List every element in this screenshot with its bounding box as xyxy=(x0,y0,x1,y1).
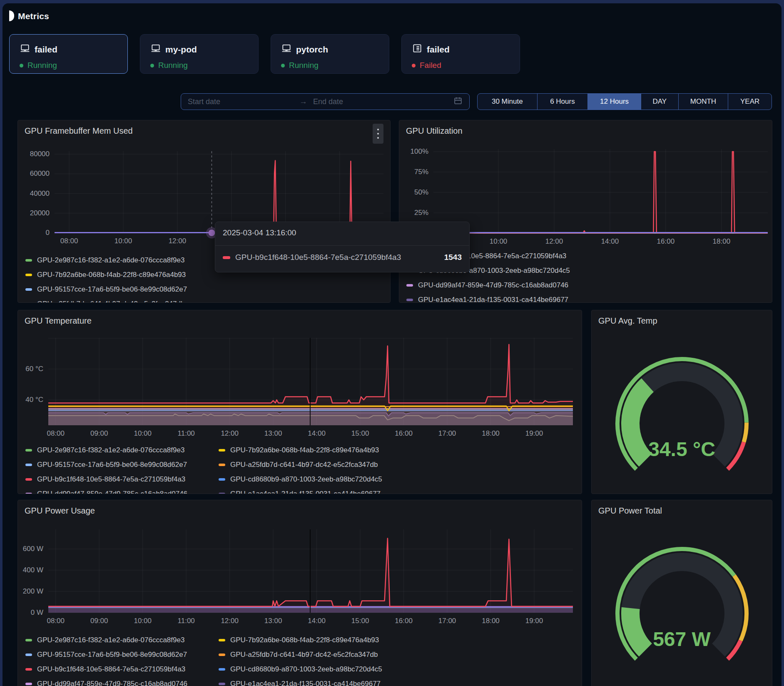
dashboard-page: Metrics failed Running my-pod Running py… xyxy=(0,0,784,686)
y-axis-tick: 400 W xyxy=(23,566,43,574)
calendar-icon[interactable] xyxy=(453,96,463,107)
pod-card-my-pod[interactable]: my-pod Running xyxy=(140,34,259,74)
legend-swatch xyxy=(406,284,413,287)
laptop-icon xyxy=(150,43,161,56)
x-axis-tick: 10:00 xyxy=(134,429,152,438)
x-axis-tick: 18:00 xyxy=(482,617,500,625)
legend-swatch xyxy=(25,259,32,262)
legend-label: GPU-a25fdb7d-c641-4b97-dc42-e5c2fca347db xyxy=(37,300,184,303)
x-axis-tick: 16:00 xyxy=(657,237,675,246)
range-button-12-hours[interactable]: 12 Hours xyxy=(588,94,641,110)
laptop-icon xyxy=(281,43,292,56)
legend-swatch xyxy=(219,464,225,466)
legend-item[interactable]: GPU-2e987c16-f382-a1e2-a6de-076ccca8f9e3 xyxy=(25,445,184,455)
legend-label: GPU-dd99af47-859e-47d9-785c-c16ab8ad0746 xyxy=(37,680,187,686)
legend-label: GPU-2e987c16-f382-a1e2-a6de-076ccca8f9e3 xyxy=(37,636,184,644)
legend-item[interactable]: GPU-7b92a6be-068b-f4ab-22f8-c89e476a4b93 xyxy=(219,635,379,645)
chart-plot-area[interactable] xyxy=(433,149,768,233)
x-axis-tick: 16:00 xyxy=(395,617,413,625)
panel-gpu-avg-temp: GPU Avg. Temp 34.5 °C xyxy=(591,310,772,494)
range-button-6-hours[interactable]: 6 Hours xyxy=(538,94,588,110)
legend-swatch xyxy=(25,493,32,494)
legend-item[interactable]: GPU-7b92a6be-068b-f4ab-22f8-c89e476a4b93 xyxy=(219,445,379,455)
y-axis-tick: 40000 xyxy=(30,190,50,198)
chart-plot-area[interactable] xyxy=(55,151,383,233)
legend-item[interactable]: GPU-a25fdb7d-c641-4b97-dc42-e5c2fca347db xyxy=(219,460,378,470)
panel-gpu-temperature: GPU Temperature 40 °C60 °C08:0009:0010:0… xyxy=(17,310,582,494)
legend-item[interactable]: GPU-e1ac4ea1-21da-f135-0031-ca414be69677 xyxy=(219,489,381,494)
y-axis-tick: 0 W xyxy=(31,609,43,617)
legend-swatch xyxy=(25,449,32,452)
y-axis-tick: 40 °C xyxy=(25,396,43,404)
legend-label: GPU-dd99af47-859e-47d9-785c-c16ab8ad0746 xyxy=(37,490,187,494)
y-axis-tick: 80000 xyxy=(30,150,50,158)
status-dot xyxy=(412,64,416,67)
y-axis-tick: 100% xyxy=(411,147,428,156)
status-dot xyxy=(281,64,285,67)
legend-item[interactable]: GPU-b9c1f648-10e5-8864-7e5a-c271059bf4a3 xyxy=(25,474,185,484)
status-label: Running xyxy=(158,61,188,70)
legend-item[interactable]: GPU-dd99af47-859e-47d9-785c-c16ab8ad0746 xyxy=(25,489,187,494)
range-button-30-minute[interactable]: 30 Minute xyxy=(478,94,538,110)
x-axis-tick: 15:00 xyxy=(351,429,369,438)
panel-gpu-power-usage: GPU Power Usage 0 W200 W400 W600 W08:000… xyxy=(17,500,582,686)
legend-item[interactable]: GPU-7b92a6be-068b-f4ab-22f8-c89e476a4b93 xyxy=(25,270,186,280)
y-axis-tick: 20000 xyxy=(30,209,50,217)
legend-item[interactable]: GPU-e1ac4ea1-21da-f135-0031-ca414be69677 xyxy=(219,679,381,686)
x-axis-tick: 17:00 xyxy=(438,429,456,438)
pod-name: failed xyxy=(35,45,57,55)
y-axis-tick: 60000 xyxy=(30,170,50,178)
legend-label: GPU-2e987c16-f382-a1e2-a6de-076ccca8f9e3 xyxy=(37,256,184,264)
legend-item[interactable]: GPU-a25fdb7d-c641-4b97-dc42-e5c2fca347db xyxy=(25,299,184,303)
x-axis-tick: 14:00 xyxy=(308,429,326,438)
legend-swatch xyxy=(25,668,32,671)
legend-swatch xyxy=(219,654,225,656)
range-button-year[interactable]: YEAR xyxy=(728,94,772,110)
x-axis-tick: 12:00 xyxy=(221,429,239,438)
legend-swatch xyxy=(25,639,32,641)
y-axis-tick: 25% xyxy=(414,209,428,217)
legend-label: GPU-cd8680b9-a870-1003-2eeb-a98bc720d4c5 xyxy=(230,665,382,674)
legend-item[interactable]: GPU-dd99af47-859e-47d9-785c-c16ab8ad0746 xyxy=(25,679,187,686)
legend-label: GPU-b9c1f648-10e5-8864-7e5a-c271059bf4a3 xyxy=(37,475,185,484)
end-date-input[interactable]: End date xyxy=(313,97,343,106)
range-button-month[interactable]: MONTH xyxy=(679,94,729,110)
chart-tooltip: 2025-03-04 13:16:00 GPU-b9c1f648-10e5-88… xyxy=(215,222,470,272)
panel-gpu-framebuffer: GPU Framebuffer Mem Used 020000400006000… xyxy=(17,120,391,303)
date-range-picker[interactable]: Start date → End date xyxy=(181,93,470,110)
status-label: Running xyxy=(289,61,319,70)
legend-swatch xyxy=(25,274,32,276)
legend-label: GPU-95157cce-17a6-b5f9-be06-8e99c08d62e7 xyxy=(37,461,187,469)
x-axis-tick: 11:00 xyxy=(178,617,195,625)
legend-item[interactable]: GPU-95157cce-17a6-b5f9-be06-8e99c08d62e7 xyxy=(25,284,187,294)
legend-item[interactable]: GPU-95157cce-17a6-b5f9-be06-8e99c08d62e7 xyxy=(25,460,187,470)
legend-item[interactable]: GPU-dd99af47-859e-47d9-785c-c16ab8ad0746 xyxy=(406,280,568,290)
laptop-icon xyxy=(20,43,30,56)
x-axis-tick: 11:00 xyxy=(178,429,195,438)
legend-label: GPU-b9c1f648-10e5-8864-7e5a-c271059bf4a3 xyxy=(37,665,185,674)
pod-card-pytorch[interactable]: pytorch Running xyxy=(271,34,389,74)
legend-item[interactable]: GPU-a25fdb7d-c641-4b97-dc42-e5c2fca347db xyxy=(219,650,378,660)
legend-label: GPU-a25fdb7d-c641-4b97-dc42-e5c2fca347db xyxy=(230,461,378,469)
tooltip-series-label: GPU-b9c1f648-10e5-8864-7e5a-c271059bf4a3 xyxy=(235,253,401,262)
metrics-logo-icon xyxy=(9,10,14,21)
legend-item[interactable]: GPU-cd8680b9-a870-1003-2eeb-a98bc720d4c5 xyxy=(219,664,382,674)
legend-swatch xyxy=(25,464,32,466)
legend-item[interactable]: GPU-b9c1f648-10e5-8864-7e5a-c271059bf4a3 xyxy=(25,664,185,674)
range-button-day[interactable]: DAY xyxy=(641,94,679,110)
legend-item[interactable]: GPU-2e987c16-f382-a1e2-a6de-076ccca8f9e3 xyxy=(25,635,184,645)
legend-item[interactable]: GPU-95157cce-17a6-b5f9-be06-8e99c08d62e7 xyxy=(25,650,187,660)
pod-card-failed-running[interactable]: failed Running xyxy=(9,34,128,74)
start-date-input[interactable]: Start date xyxy=(188,97,220,106)
legend-swatch xyxy=(219,493,225,494)
chart-plot-area[interactable] xyxy=(48,338,573,425)
legend-item[interactable]: GPU-cd8680b9-a870-1003-2eeb-a98bc720d4c5 xyxy=(219,474,382,484)
tooltip-row: GPU-b9c1f648-10e5-8864-7e5a-c271059bf4a3… xyxy=(223,253,462,262)
status-label: Running xyxy=(27,61,57,70)
pod-card-failed[interactable]: failed Failed xyxy=(401,34,520,74)
x-axis-tick: 08:00 xyxy=(60,237,78,245)
panel-menu-kebab-icon[interactable] xyxy=(373,124,383,144)
chart-plot-area[interactable] xyxy=(48,529,573,613)
legend-item[interactable]: GPU-2e987c16-f382-a1e2-a6de-076ccca8f9e3 xyxy=(25,255,184,265)
legend-item[interactable]: GPU-e1ac4ea1-21da-f135-0031-ca414be69677 xyxy=(406,295,568,303)
